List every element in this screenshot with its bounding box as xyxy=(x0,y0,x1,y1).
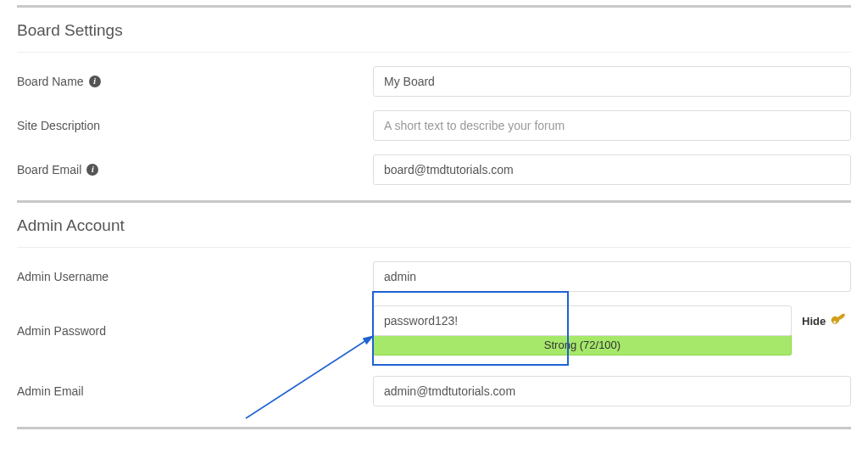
label-board-name: Board Name i xyxy=(17,75,373,88)
label-admin-email: Admin Email xyxy=(17,384,373,398)
key-icon xyxy=(831,311,848,331)
label-admin-email-text: Admin Email xyxy=(17,384,84,398)
info-icon[interactable]: i xyxy=(89,76,101,87)
section-admin-account: Admin Account Admin Username Admin Passw… xyxy=(17,203,851,406)
row-board-email: Board Email i xyxy=(17,154,851,185)
input-board-name[interactable] xyxy=(373,66,851,97)
label-board-name-text: Board Name xyxy=(17,75,84,88)
label-site-description-text: Site Description xyxy=(17,119,100,132)
info-icon[interactable]: i xyxy=(86,164,98,176)
input-board-email[interactable] xyxy=(373,154,851,185)
page-container: Board Settings Board Name i Site Descrip… xyxy=(17,5,851,429)
label-board-email-text: Board Email xyxy=(17,163,81,176)
password-toggle-label: Hide xyxy=(802,315,826,328)
row-admin-email: Admin Email xyxy=(17,376,851,406)
input-site-description[interactable] xyxy=(373,110,851,141)
input-admin-password[interactable] xyxy=(373,305,792,336)
row-admin-password: Admin Password Hide Strong (72/100) xyxy=(17,305,851,356)
input-admin-username[interactable] xyxy=(373,261,851,292)
row-board-name: Board Name i xyxy=(17,66,851,97)
label-admin-username-text: Admin Username xyxy=(17,270,108,283)
label-admin-password: Admin Password xyxy=(17,324,373,338)
section-title-board: Board Settings xyxy=(17,20,851,53)
label-board-email: Board Email i xyxy=(17,163,373,176)
password-strength-bar: Strong (72/100) xyxy=(373,335,792,356)
label-admin-username: Admin Username xyxy=(17,270,373,283)
label-site-description: Site Description xyxy=(17,119,373,132)
section-title-admin: Admin Account xyxy=(17,215,851,248)
input-admin-email[interactable] xyxy=(373,376,851,406)
row-site-description: Site Description xyxy=(17,110,851,141)
label-admin-password-text: Admin Password xyxy=(17,324,106,338)
divider-bottom xyxy=(17,427,851,429)
row-admin-username: Admin Username xyxy=(17,261,851,292)
password-visibility-toggle[interactable]: Hide xyxy=(802,311,848,331)
section-board-settings: Board Settings Board Name i Site Descrip… xyxy=(17,8,851,185)
